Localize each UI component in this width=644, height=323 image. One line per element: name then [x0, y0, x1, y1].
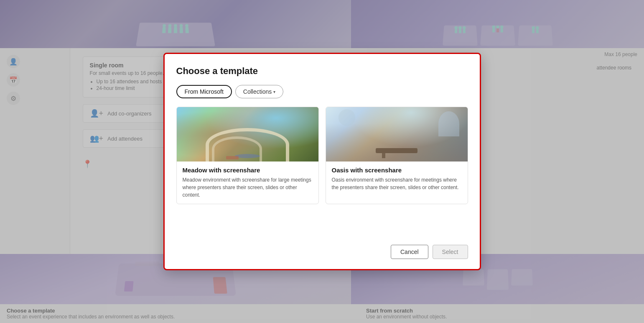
tab-from-microsoft[interactable]: From Microsoft: [176, 85, 232, 98]
oasis-image: [326, 107, 468, 162]
chevron-down-icon: ▾: [273, 90, 275, 94]
oasis-name: Oasis with screenshare: [332, 167, 462, 174]
meadow-info: Meadow with screenshare Meadow environme…: [177, 162, 318, 204]
cancel-button[interactable]: Cancel: [391, 245, 428, 259]
oasis-info: Oasis with screenshare Oasis environment…: [326, 162, 468, 196]
template-card-meadow[interactable]: Meadow with screenshare Meadow environme…: [176, 107, 319, 204]
tab-collections-label: Collections: [243, 88, 272, 95]
tab-row: From Microsoft Collections ▾: [176, 85, 468, 98]
meadow-desc: Meadow environment with screenshare for …: [183, 176, 313, 199]
template-grid: Meadow with screenshare Meadow environme…: [176, 107, 468, 204]
modal-overlay: Choose a template From Microsoft Collect…: [0, 0, 644, 323]
meadow-name: Meadow with screenshare: [183, 167, 313, 174]
modal-title: Choose a template: [176, 66, 468, 77]
modal-footer: Cancel Select: [176, 238, 468, 259]
oasis-desc: Oasis environment with screenshare for m…: [332, 176, 462, 191]
template-card-oasis[interactable]: Oasis with screenshare Oasis environment…: [326, 107, 468, 204]
tab-collections[interactable]: Collections ▾: [235, 85, 283, 98]
select-button[interactable]: Select: [433, 245, 468, 259]
choose-template-modal: Choose a template From Microsoft Collect…: [163, 53, 481, 270]
meadow-image: [177, 107, 318, 162]
